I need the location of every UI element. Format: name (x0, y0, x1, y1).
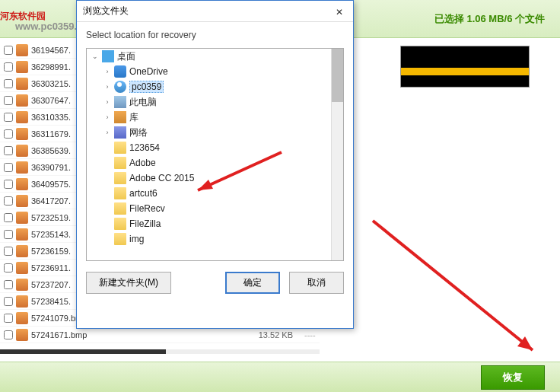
file-checkbox[interactable] (4, 146, 13, 155)
ok-button[interactable]: 确定 (225, 272, 280, 294)
image-icon (16, 111, 28, 123)
onedrive-icon (114, 65, 126, 78)
image-icon (16, 245, 28, 257)
file-checkbox[interactable] (4, 129, 13, 139)
file-checkbox[interactable] (4, 213, 13, 222)
file-checkbox[interactable] (4, 263, 13, 272)
tree-item[interactable]: 123654 (87, 140, 343, 155)
expand-icon[interactable]: › (102, 81, 113, 92)
file-checkbox[interactable] (4, 314, 13, 323)
tree-label: 库 (129, 111, 138, 124)
file-row[interactable]: 57241671.bmp13.52 KB---- (0, 327, 320, 343)
expand-icon[interactable]: › (102, 112, 113, 123)
image-icon (16, 178, 28, 190)
file-checkbox[interactable] (4, 230, 13, 239)
tree-label: 桌面 (117, 50, 135, 63)
tree-label: img (129, 234, 144, 244)
tree-item[interactable]: Adobe (87, 155, 343, 171)
tree-item[interactable]: ›OneDrive (87, 64, 343, 79)
folder-tree[interactable]: ⌄桌面›OneDrive›pc0359›此电脑›库›网络123654AdobeA… (86, 48, 344, 261)
pc-icon (114, 96, 126, 108)
close-icon: ✕ (336, 7, 343, 18)
recover-button[interactable]: 恢复 (481, 365, 545, 390)
preview-thumbnail (400, 46, 530, 88)
tree-item[interactable]: FileRecv (87, 201, 343, 216)
expand-icon[interactable] (102, 234, 113, 244)
file-name: 57241671.bmp (31, 330, 251, 339)
image-icon (16, 195, 28, 207)
tree-label: 123654 (129, 142, 160, 153)
image-icon (16, 61, 28, 73)
progress-bar (0, 349, 320, 354)
tree-label: FileZilla (129, 218, 161, 229)
lib-icon (114, 111, 126, 123)
browse-folder-dialog: 浏览文件夹 ✕ Select location for recovery ⌄桌面… (76, 0, 354, 329)
tree-scrollbar[interactable] (331, 49, 343, 260)
tree-item[interactable]: artcut6 (87, 186, 343, 201)
expand-icon[interactable] (102, 203, 113, 214)
expand-icon[interactable]: › (102, 127, 113, 138)
file-checkbox[interactable] (4, 280, 13, 289)
expand-icon[interactable] (102, 188, 113, 199)
file-checkbox[interactable] (4, 247, 13, 256)
tree-item[interactable]: ›此电脑 (87, 94, 343, 110)
net-icon (114, 126, 126, 139)
expand-icon[interactable]: › (102, 97, 113, 107)
image-icon (16, 145, 28, 157)
file-checkbox[interactable] (4, 62, 13, 72)
folder-icon (114, 218, 126, 230)
file-checkbox[interactable] (4, 46, 13, 55)
dialog-button-row: 新建文件夹(M) 确定 取消 (77, 261, 353, 304)
desktop-icon (102, 50, 114, 62)
folder-icon (114, 142, 126, 154)
file-checkbox[interactable] (4, 163, 13, 172)
expand-icon[interactable]: › (102, 66, 113, 77)
expand-icon[interactable]: ⌄ (90, 51, 100, 62)
tree-item[interactable]: img (87, 231, 343, 247)
image-icon (16, 44, 28, 56)
file-checkbox[interactable] (4, 297, 13, 306)
tree-item[interactable]: ⌄桌面 (87, 49, 343, 64)
image-icon (16, 78, 28, 90)
expand-icon[interactable] (102, 173, 113, 183)
folder-icon (114, 187, 126, 199)
file-checkbox[interactable] (4, 113, 13, 122)
file-date: ---- (304, 330, 320, 339)
dialog-title: 浏览文件夹 (83, 5, 129, 18)
cancel-button[interactable]: 取消 (289, 272, 344, 294)
file-checkbox[interactable] (4, 96, 13, 105)
image-icon (16, 279, 28, 291)
annotation-arrow (365, 213, 548, 368)
image-icon (16, 128, 28, 140)
tree-item[interactable]: ›pc0359 (87, 79, 343, 94)
tree-label: 网络 (129, 126, 148, 139)
image-icon (16, 161, 28, 174)
tree-label: Adobe CC 2015 (129, 173, 194, 183)
folder-icon (114, 172, 126, 184)
expand-icon[interactable] (102, 218, 113, 229)
image-icon (16, 329, 28, 341)
close-button[interactable]: ✕ (326, 1, 353, 22)
image-icon (16, 212, 28, 224)
tree-item[interactable]: ›库 (87, 110, 343, 125)
folder-icon (114, 202, 126, 215)
file-checkbox[interactable] (4, 196, 13, 206)
tree-item[interactable]: Adobe CC 2015 (87, 171, 343, 186)
image-icon (16, 228, 28, 241)
image-icon (16, 262, 28, 274)
expand-icon[interactable] (102, 142, 113, 153)
folder-icon (114, 233, 126, 245)
file-checkbox[interactable] (4, 79, 13, 88)
dialog-titlebar[interactable]: 浏览文件夹 ✕ (77, 1, 353, 22)
file-size: 13.52 KB (251, 330, 304, 339)
new-folder-button[interactable]: 新建文件夹(M) (86, 272, 171, 294)
file-checkbox[interactable] (4, 330, 13, 339)
user-icon (114, 81, 126, 93)
image-icon (16, 94, 28, 107)
tree-item[interactable]: ›网络 (87, 125, 343, 140)
folder-icon (114, 157, 126, 169)
expand-icon[interactable] (102, 158, 113, 168)
tree-item[interactable]: FileZilla (87, 216, 343, 231)
selection-status: 已选择 1.06 MB/6 个文件 (434, 12, 545, 26)
file-checkbox[interactable] (4, 180, 13, 189)
